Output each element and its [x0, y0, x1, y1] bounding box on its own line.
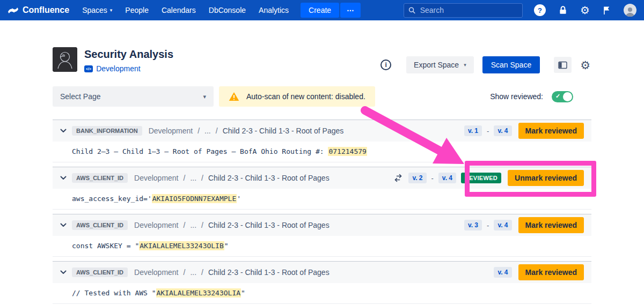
gear-icon[interactable]: ⚙	[580, 5, 590, 16]
breadcrumb-separator: /	[201, 174, 203, 182]
show-reviewed-label: Show reviewed:	[490, 92, 543, 101]
page-title: Security Analysis	[84, 48, 173, 61]
breadcrumb-ellipsis[interactable]: ...	[204, 127, 211, 135]
breadcrumb-page[interactable]: Child 2-3 - Child 1-3 - Root of Pages	[223, 127, 344, 135]
breadcrumb: Development / ... / Child 2-3 - Child 1-…	[134, 221, 330, 229]
version-link[interactable]: v. 4	[438, 173, 456, 183]
finding-header: AWS_CLIENT_ID Development / ... / Child …	[53, 262, 591, 283]
nav-item-calendars[interactable]: Calendars	[162, 6, 196, 14]
nav-item-people[interactable]: People	[125, 6, 149, 14]
nav-item-label: People	[125, 6, 149, 14]
mark-reviewed-button[interactable]: Mark reviewed	[518, 264, 584, 280]
brand-name: Confluence	[23, 5, 69, 15]
export-space-button[interactable]: Export Space ▾	[406, 56, 474, 73]
user-avatar[interactable]	[624, 4, 636, 17]
breadcrumb-separator: /	[197, 127, 200, 135]
lock-icon[interactable]	[558, 5, 568, 15]
breadcrumb-space[interactable]: Development	[134, 174, 179, 182]
nav-item-analytics[interactable]: Analytics	[259, 6, 289, 14]
mark-reviewed-button[interactable]: Mark reviewed	[518, 123, 584, 139]
code-highlight: AKIALALEMEL33243OLIA	[156, 288, 241, 297]
chevron-down-icon: ▾	[464, 62, 466, 68]
version-link[interactable]: v. 4	[494, 220, 511, 230]
space-link[interactable]: </> Development	[84, 64, 173, 73]
autoscan-warning-banner: Auto-scan of new content: disabled.	[219, 86, 375, 107]
version-link[interactable]: v. 1	[464, 125, 482, 136]
version-link[interactable]: v. 3	[464, 220, 482, 230]
compare-versions-icon[interactable]	[394, 174, 402, 182]
breadcrumb-space[interactable]: Development	[134, 268, 179, 277]
breadcrumb-page[interactable]: Child 2-3 - Child 1-3 - Root of Pages	[208, 221, 330, 229]
header-actions: i Export Space ▾ Scan Space ⚙	[380, 56, 591, 73]
sidebar-toggle-button[interactable]	[554, 57, 572, 73]
finding-code: // Tested with AWS "AKIALALEMEL33243OLIA…	[53, 283, 591, 304]
search-box[interactable]	[404, 3, 523, 18]
breadcrumb-separator: /	[184, 268, 186, 277]
chevron-down-icon[interactable]	[60, 129, 68, 133]
breadcrumb-separator: /	[216, 127, 218, 135]
select-page-dropdown[interactable]: Select Page ▾	[53, 86, 214, 107]
finding-row: AWS_CLIENT_ID Development / ... / Child …	[53, 261, 591, 304]
nav-item-spaces[interactable]: Spaces ▾	[82, 6, 112, 14]
breadcrumb-space[interactable]: Development	[134, 221, 179, 229]
chevron-down-icon[interactable]	[60, 270, 68, 274]
code-text: // Tested with AWS "	[72, 289, 156, 297]
code-highlight: 071214579	[328, 147, 367, 156]
help-icon[interactable]: ?	[534, 4, 546, 16]
finding-code: aws_access_key_id='AKIAIO5FODNN7EXAMPLE'	[53, 189, 591, 210]
breadcrumb-ellipsis[interactable]: ...	[190, 268, 196, 277]
more-button[interactable]: ⋯	[340, 3, 361, 18]
version-dash: -	[487, 221, 489, 229]
breadcrumb-separator: /	[184, 174, 186, 182]
finding-actions: v. 2 - v. 4 REVIEWED Unmark reviewed	[394, 170, 584, 186]
mark-reviewed-button[interactable]: Mark reviewed	[518, 217, 584, 233]
person-icon	[625, 6, 635, 17]
breadcrumb-separator: /	[201, 268, 203, 277]
flag-icon[interactable]	[602, 6, 611, 15]
finding-type-badge: BANK_INFORMATION	[72, 126, 142, 136]
info-icon[interactable]: i	[380, 59, 391, 70]
finding-header: BANK_INFORMATION Development / ... / Chi…	[53, 120, 591, 142]
breadcrumb-page[interactable]: Child 2-3 - Child 1-3 - Root of Pages	[208, 174, 330, 182]
finding-actions: v. 4 Mark reviewed	[494, 264, 584, 280]
breadcrumb-ellipsis[interactable]: ...	[190, 221, 196, 229]
code-text: aws_access_key_id='	[72, 195, 152, 203]
unmark-reviewed-button[interactable]: Unmark reviewed	[508, 170, 584, 186]
version-link[interactable]: v. 2	[408, 173, 426, 183]
nav-icon-group: ? ⚙	[534, 4, 636, 17]
code-highlight: AKIAIO5FODNN7EXAMPLE	[152, 194, 237, 203]
scan-space-button[interactable]: Scan Space	[482, 56, 540, 73]
confluence-logo[interactable]: Confluence	[8, 5, 69, 16]
breadcrumb-ellipsis[interactable]: ...	[190, 174, 196, 182]
code-highlight: AKIALALEMEL33243OLIB	[139, 241, 224, 250]
code-text: Child 2–3 – Child 1–3 – Root of Pages – …	[72, 147, 328, 155]
nav-item-label: Calendars	[162, 6, 196, 14]
finding-row: AWS_CLIENT_ID Development / ... / Child …	[53, 167, 591, 210]
finding-code: const AWSKEY = "AKIALALEMEL33243OLIB"	[53, 236, 591, 257]
search-input[interactable]	[419, 5, 518, 15]
breadcrumb-space[interactable]: Development	[149, 127, 193, 135]
finding-type-badge: AWS_CLIENT_ID	[72, 267, 128, 277]
space-avatar[interactable]	[53, 47, 77, 72]
chevron-down-icon: ▾	[110, 8, 113, 13]
finding-actions: v. 1 - v. 4 Mark reviewed	[464, 123, 584, 139]
confluence-logo-icon	[8, 5, 19, 16]
version-link[interactable]: v. 4	[494, 125, 511, 136]
breadcrumb-page[interactable]: Child 2-3 - Child 1-3 - Root of Pages	[208, 268, 330, 277]
nav-item-dbconsole[interactable]: DbConsole	[209, 6, 246, 14]
space-link-label[interactable]: Development	[96, 64, 141, 73]
show-reviewed-control: Show reviewed: ✓	[490, 91, 573, 102]
finding-actions: v. 3 - v. 4 Mark reviewed	[464, 217, 584, 233]
version-link[interactable]: v. 4	[494, 267, 511, 278]
show-reviewed-toggle[interactable]: ✓	[552, 91, 573, 102]
code-text: const AWSKEY = "	[72, 242, 139, 250]
search-icon	[408, 6, 415, 14]
create-button[interactable]: Create	[301, 3, 339, 18]
chevron-down-icon[interactable]	[60, 223, 68, 227]
finding-header: AWS_CLIENT_ID Development / ... / Child …	[53, 167, 591, 189]
code-text: '	[237, 195, 241, 203]
findings-list: BANK_INFORMATION Development / ... / Chi…	[53, 120, 591, 304]
chevron-down-icon[interactable]	[60, 176, 68, 180]
breadcrumb: Development / ... / Child 2-3 - Child 1-…	[149, 127, 344, 135]
space-settings-gear-icon[interactable]: ⚙	[579, 59, 591, 71]
